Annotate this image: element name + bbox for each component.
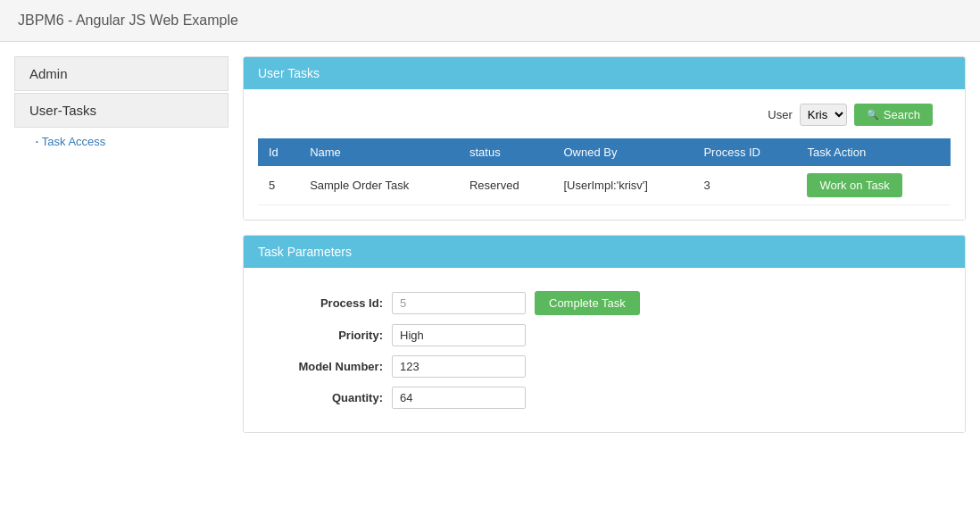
col-task-action: Task Action bbox=[796, 138, 951, 166]
search-button[interactable]: 🔍 Search bbox=[854, 104, 933, 126]
col-name: Name bbox=[299, 138, 459, 166]
cell-action: Work on Task bbox=[796, 166, 951, 205]
model-number-label: Model Number: bbox=[276, 360, 383, 373]
app-header: JBPM6 - Angular JS Web Example bbox=[0, 0, 980, 42]
cell-id: 5 bbox=[258, 166, 299, 205]
cell-owned-by: [UserImpl:'krisv'] bbox=[552, 166, 693, 205]
app-title: JBPM6 - Angular JS Web Example bbox=[18, 12, 238, 28]
search-icon: 🔍 bbox=[867, 109, 879, 121]
task-parameters-panel-header: Task Parameters bbox=[244, 236, 965, 268]
params-form: Process Id: Complete Task Priority: Mode… bbox=[258, 282, 951, 418]
tasks-table: Id Name status Owned By Process ID Task … bbox=[258, 138, 951, 205]
quantity-label: Quantity: bbox=[276, 391, 383, 404]
bullet-icon: • bbox=[36, 137, 38, 146]
table-header-row: Id Name status Owned By Process ID Task … bbox=[258, 138, 951, 166]
content-area: User Tasks User Kris 🔍 Search bbox=[243, 56, 966, 433]
user-label: User bbox=[768, 108, 792, 121]
model-number-row: Model Number: bbox=[276, 355, 933, 378]
sidebar: Admin User-Tasks • Task Access bbox=[14, 56, 228, 433]
sidebar-item-task-access[interactable]: • Task Access bbox=[14, 129, 228, 154]
task-parameters-panel: Task Parameters Process Id: Complete Tas… bbox=[243, 235, 966, 433]
process-id-label: Process Id: bbox=[276, 296, 383, 310]
task-parameters-panel-body: Process Id: Complete Task Priority: Mode… bbox=[244, 268, 965, 432]
model-number-input[interactable] bbox=[392, 355, 526, 378]
quantity-input[interactable] bbox=[392, 387, 526, 409]
user-tasks-panel: User Tasks User Kris 🔍 Search bbox=[243, 56, 966, 221]
priority-row: Priority: bbox=[276, 324, 933, 346]
work-on-task-button[interactable]: Work on Task bbox=[807, 173, 901, 197]
cell-process-id: 3 bbox=[693, 166, 796, 205]
col-process-id: Process ID bbox=[693, 138, 796, 166]
sidebar-item-user-tasks[interactable]: User-Tasks bbox=[14, 93, 228, 128]
complete-task-button[interactable]: Complete Task bbox=[535, 291, 640, 315]
main-layout: Admin User-Tasks • Task Access User Task… bbox=[0, 42, 980, 447]
process-id-row: Process Id: Complete Task bbox=[276, 291, 933, 315]
process-id-input[interactable] bbox=[392, 292, 526, 314]
table-row: 5 Sample Order Task Reserved [UserImpl:'… bbox=[258, 166, 951, 205]
cell-name: Sample Order Task bbox=[299, 166, 459, 205]
cell-status: Reserved bbox=[459, 166, 552, 205]
table-body: 5 Sample Order Task Reserved [UserImpl:'… bbox=[258, 166, 951, 205]
search-row: User Kris 🔍 Search bbox=[258, 104, 951, 126]
col-id: Id bbox=[258, 138, 299, 166]
user-select[interactable]: Kris bbox=[800, 104, 847, 126]
quantity-row: Quantity: bbox=[276, 387, 933, 409]
sidebar-item-admin[interactable]: Admin bbox=[14, 56, 228, 91]
col-owned-by: Owned By bbox=[552, 138, 693, 166]
priority-input[interactable] bbox=[392, 324, 526, 346]
priority-label: Priority: bbox=[276, 329, 383, 342]
user-tasks-panel-header: User Tasks bbox=[244, 57, 965, 89]
user-tasks-panel-body: User Kris 🔍 Search Id Name status bbox=[244, 89, 965, 220]
col-status: status bbox=[459, 138, 552, 166]
table-head: Id Name status Owned By Process ID Task … bbox=[258, 138, 951, 166]
